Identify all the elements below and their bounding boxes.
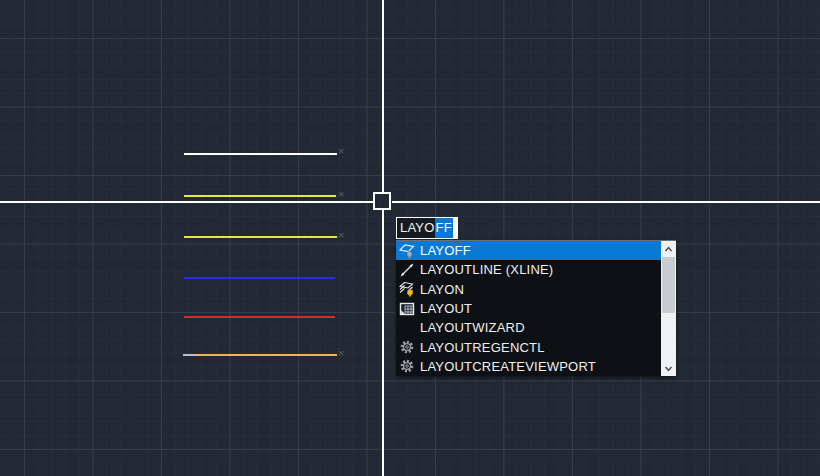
blip-mark: × [338,350,346,358]
crosshair-horizontal-right [392,201,820,203]
orange-line-tip [183,354,196,356]
gear-icon [398,358,416,374]
autocomplete-item-label: LAYOUTREGENCTL [420,340,545,355]
autocomplete-item-label: LAYOFF [420,243,471,258]
autocomplete-item-layoff[interactable]: LAYOFF [396,241,661,260]
yellow-line-1[interactable] [184,195,336,197]
xline-icon [398,262,416,278]
autocomplete-item-layon[interactable]: LAYON [396,280,661,299]
scroll-down-button[interactable] [661,360,676,376]
orange-line[interactable] [183,354,337,356]
command-typed-text: LAYO [397,218,435,238]
command-completion-text: FF [435,218,453,238]
autocomplete-item-layoutregenctl[interactable]: LAYOUTREGENCTL [396,337,661,356]
red-line[interactable] [184,316,335,318]
autocomplete-item-label: LAYON [420,282,464,297]
autocomplete-item-layoutline[interactable]: LAYOUTLINE (XLINE) [396,260,661,279]
no-icon [398,320,416,336]
blue-line[interactable] [184,277,335,279]
yellow-line-2[interactable] [184,236,337,238]
crosshair-horizontal-left [0,201,373,203]
pickbox-cursor [373,192,391,210]
autocomplete-item-layout[interactable]: LAYOUT [396,299,661,318]
layoff-icon [398,243,416,259]
white-line[interactable] [184,153,337,155]
autocomplete-item-label: LAYOUTCREATEVIEWPORT [420,359,596,374]
autocomplete-item-layoutcreateviewport[interactable]: LAYOUTCREATEVIEWPORT [396,357,661,376]
autocomplete-item-label: LAYOUTWIZARD [420,320,525,335]
blip-mark: × [338,232,346,240]
scroll-up-button[interactable] [661,241,676,257]
layon-icon [398,281,416,297]
gear-icon [398,339,416,355]
autocomplete-dropdown: LAYOFF LAYOUTLINE (XLINE) [396,240,676,376]
layout-icon [398,301,416,317]
blip-mark: × [338,148,346,156]
chevron-up-icon [663,244,674,255]
dropdown-scrollbar[interactable] [661,241,676,376]
crosshair-vertical-bottom [382,210,384,476]
autocomplete-item-label: LAYOUT [420,301,472,316]
text-caret [453,218,457,238]
crosshair-vertical-top [382,0,384,192]
command-input[interactable]: LAYO FF [396,217,458,239]
drawing-canvas[interactable]: ×××× LAYO FF LAYOFF [0,0,820,476]
autocomplete-item-label: LAYOUTLINE (XLINE) [420,262,553,277]
blip-mark: × [338,191,346,199]
autocomplete-item-layoutwizard[interactable]: LAYOUTWIZARD [396,318,661,337]
scrollbar-thumb[interactable] [662,257,675,313]
chevron-down-icon [663,363,674,374]
